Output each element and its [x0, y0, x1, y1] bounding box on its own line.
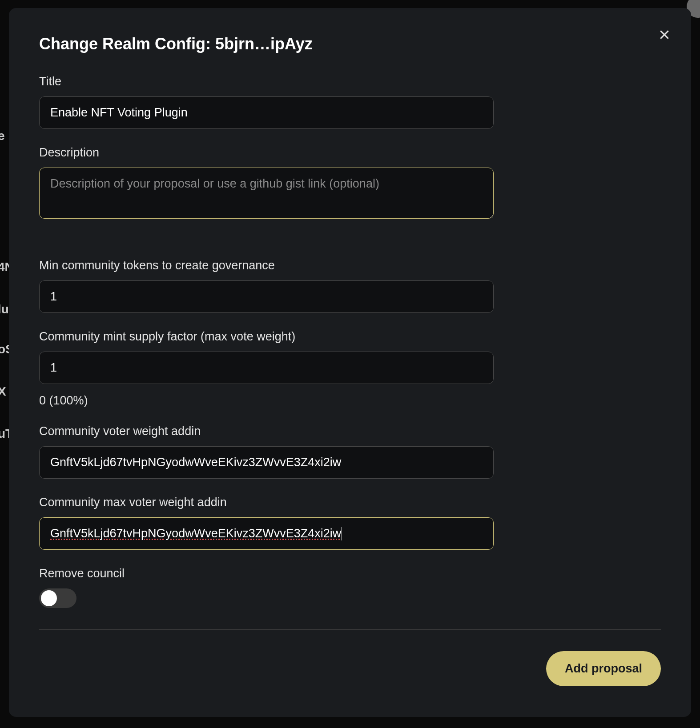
voter-weight-input[interactable]: [39, 446, 494, 479]
text-cursor: [342, 527, 342, 540]
modal-dialog: Change Realm Config: 5bjrn…ipAyz Title D…: [9, 8, 691, 717]
add-proposal-button[interactable]: Add proposal: [546, 651, 661, 686]
max-voter-weight-label: Community max voter weight addin: [39, 496, 494, 509]
max-voter-weight-input[interactable]: GnftV5kLjd67tvHpNGyodwWveEKivz3ZWvvE3Z4x…: [39, 517, 494, 550]
modal-title: Change Realm Config: 5bjrn…ipAyz: [39, 35, 661, 53]
title-label: Title: [39, 75, 494, 88]
toggle-knob: [41, 590, 57, 606]
min-tokens-label: Min community tokens to create governanc…: [39, 259, 494, 272]
supply-factor-input[interactable]: [39, 352, 494, 384]
max-voter-weight-value: GnftV5kLjd67tvHpNGyodwWveEKivz3ZWvvE3Z4x…: [50, 527, 341, 540]
form: Title Description Min community tokens t…: [39, 75, 494, 608]
bg-text: X: [0, 384, 6, 399]
supply-factor-note: 0 (100%): [39, 394, 494, 408]
close-icon[interactable]: [656, 27, 672, 43]
voter-weight-label: Community voter weight addin: [39, 424, 494, 438]
remove-council-label: Remove council: [39, 567, 494, 580]
bg-text: e: [0, 129, 5, 143]
remove-council-toggle[interactable]: [39, 588, 76, 608]
modal-footer: Add proposal: [39, 629, 661, 686]
title-input[interactable]: [39, 96, 494, 129]
description-textarea[interactable]: [39, 168, 494, 219]
supply-factor-label: Community mint supply factor (max vote w…: [39, 330, 494, 344]
description-label: Description: [39, 146, 494, 160]
min-tokens-input[interactable]: [39, 280, 494, 313]
bg-text: lu: [0, 302, 9, 316]
